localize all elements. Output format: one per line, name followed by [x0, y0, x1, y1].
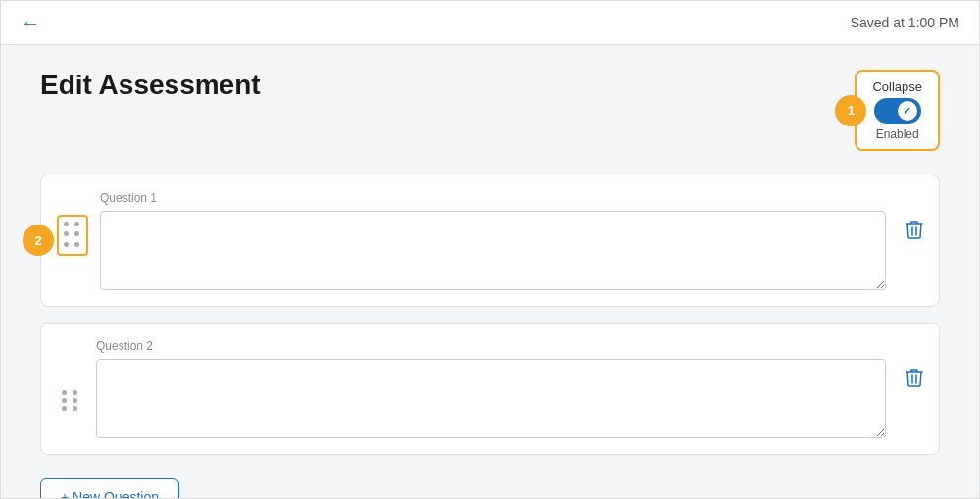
save-status: Saved at 1:00 PM	[851, 15, 959, 30]
drag-dot	[73, 406, 77, 411]
drag-handle-area-2	[57, 339, 84, 400]
back-button[interactable]: ←	[21, 12, 40, 34]
drag-dot	[62, 406, 67, 411]
collapse-box: Collapse ✓ Enabled	[855, 70, 940, 151]
toggle-check-icon: ✓	[903, 105, 911, 118]
question-card-1: Question 1	[40, 175, 940, 307]
header-row: Edit Assessment 1 Collapse ✓ Enabled	[40, 70, 940, 151]
question-1-textarea[interactable]	[100, 211, 886, 290]
collapse-toggle-container: 1 Collapse ✓ Enabled	[855, 70, 940, 151]
drag-dot	[74, 242, 79, 247]
question-1-badge: 2	[23, 225, 54, 256]
delete-question-1-button[interactable]	[898, 191, 923, 245]
top-bar: ← Saved at 1:00 PM	[1, 1, 979, 45]
collapse-badge: 1	[835, 95, 866, 126]
question-content-1: Question 1	[100, 191, 886, 294]
drag-dot	[64, 242, 69, 247]
question-2-textarea[interactable]	[96, 359, 886, 438]
main-content: Edit Assessment 1 Collapse ✓ Enabled 2	[1, 45, 979, 499]
question-1-label: Question 1	[100, 191, 886, 205]
drag-dot	[73, 390, 77, 395]
question-card-2: Question 2	[40, 323, 940, 455]
new-question-button[interactable]: + New Question	[40, 478, 179, 499]
drag-dot	[73, 398, 77, 403]
drag-handle-2[interactable]	[57, 363, 84, 400]
drag-dot	[74, 231, 79, 236]
drag-dot	[74, 222, 79, 226]
drag-dot	[62, 398, 67, 403]
delete-question-2-button[interactable]	[898, 339, 923, 393]
question-card-wrapper-2: Question 2	[40, 323, 940, 455]
question-content-2: Question 2	[96, 339, 886, 442]
page-title: Edit Assessment	[40, 70, 261, 101]
question-2-label: Question 2	[96, 339, 886, 353]
collapse-toggle-switch[interactable]: ✓	[874, 98, 921, 124]
collapse-label: Collapse	[872, 79, 922, 94]
toggle-track: ✓	[874, 98, 921, 124]
drag-handle-area-1	[57, 191, 88, 256]
toggle-thumb: ✓	[898, 101, 917, 121]
enabled-label: Enabled	[876, 127, 919, 141]
drag-dot	[64, 231, 69, 236]
drag-handle-1[interactable]	[57, 215, 88, 256]
drag-dot	[62, 390, 67, 395]
question-card-wrapper-1: 2 Question 1	[40, 175, 940, 307]
drag-dot	[64, 222, 69, 226]
